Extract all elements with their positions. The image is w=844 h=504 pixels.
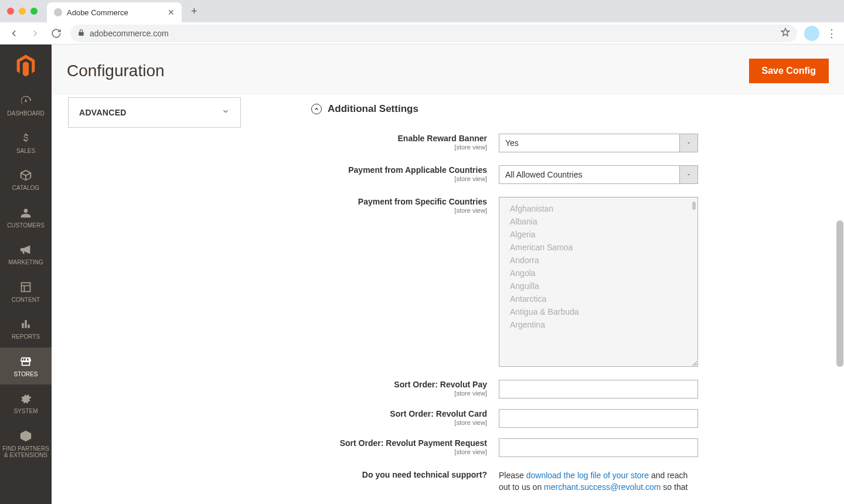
sidebar-item-label: CUSTOMERS [7, 222, 45, 229]
download-log-link[interactable]: download the log file of your store [526, 471, 649, 480]
sidebar-item-customers[interactable]: CUSTOMERS [0, 199, 52, 236]
field-scope: [store view] [311, 419, 487, 426]
profile-avatar[interactable] [804, 26, 819, 41]
window-controls [7, 8, 38, 15]
field-scope: [store view] [311, 175, 487, 182]
url-text: adobecommerce.com [90, 29, 169, 38]
field-label: Sort Order: Revolut Payment Request [311, 438, 487, 448]
browser-tab[interactable]: Adobe Commerce ✕ [47, 2, 182, 22]
country-option[interactable]: Algeria [499, 228, 697, 241]
sidebar-item-label: SALES [16, 148, 35, 155]
group-header[interactable]: Additional Settings [311, 95, 829, 121]
sidebar-item-catalog[interactable]: CATALOG [0, 161, 52, 199]
dollar-icon [19, 131, 33, 145]
reload-button[interactable] [49, 28, 63, 39]
bookmark-star-icon[interactable] [781, 28, 790, 39]
field-label: Sort Order: Revolut Pay [311, 380, 487, 389]
country-option[interactable]: American Samoa [499, 241, 697, 254]
magento-logo[interactable] [0, 45, 52, 87]
sidebar-item-label: CATALOG [12, 185, 39, 192]
sidebar-item-stores[interactable]: STORES [0, 348, 52, 385]
sidebar-item-sales[interactable]: SALES [0, 124, 52, 162]
applicable-countries-select[interactable] [499, 165, 698, 184]
megaphone-icon [19, 243, 33, 257]
new-tab-button[interactable]: + [191, 5, 198, 18]
sidebar-item-content[interactable]: CONTENT [0, 273, 52, 311]
field-scope: [store view] [311, 144, 487, 151]
field-sort-revolut-card: Sort Order: Revolut Card [store view] [311, 409, 829, 428]
field-sort-revolut-request: Sort Order: Revolut Payment Request [sto… [311, 438, 829, 457]
sidebar-item-reports[interactable]: REPORTS [0, 310, 52, 348]
section-title: ADVANCED [79, 108, 127, 117]
svg-rect-0 [22, 282, 30, 291]
collapse-up-icon [311, 104, 322, 114]
bar-chart-icon [19, 317, 33, 331]
specific-countries-multiselect[interactable]: Afghanistan Albania Algeria American Sam… [499, 197, 698, 367]
field-label: Do you need technical support? [311, 470, 487, 479]
config-form: Additional Settings Enable Reward Banner… [241, 95, 844, 504]
support-text: Please download the log file of your sto… [499, 470, 698, 493]
page-title: Configuration [67, 62, 165, 80]
browser-toolbar: adobecommerce.com ⋮ [0, 22, 844, 45]
scrollbar-thumb[interactable] [836, 220, 843, 367]
field-scope: [store view] [311, 207, 487, 214]
page-header: Configuration Save Config [52, 45, 844, 95]
country-option[interactable]: Antarctica [499, 292, 697, 305]
sort-revolut-card-input[interactable] [499, 409, 698, 428]
field-label: Enable Reward Banner [311, 134, 487, 143]
field-specific-countries: Payment from Specific Countries [store v… [311, 197, 829, 367]
sidebar-item-label: SYSTEM [13, 408, 38, 415]
field-sort-revolut-pay: Sort Order: Revolut Pay [store view] [311, 380, 829, 399]
page-scrollbar [836, 45, 844, 504]
tab-close-icon[interactable]: ✕ [168, 8, 175, 17]
window-minimize-button[interactable] [19, 8, 26, 15]
country-option[interactable]: Andorra [499, 254, 697, 267]
browser-menu-icon[interactable]: ⋮ [826, 27, 837, 40]
field-scope: [store view] [311, 448, 487, 455]
scrollbar-thumb[interactable] [692, 202, 696, 210]
support-text-part: so that [661, 482, 688, 492]
sidebar-item-label: DASHBOARD [7, 110, 44, 117]
layout-icon [19, 280, 33, 294]
field-label: Payment from Applicable Countries [311, 165, 487, 175]
section-advanced[interactable]: ADVANCED [68, 97, 241, 128]
country-option[interactable]: Angola [499, 267, 697, 280]
lock-icon [77, 29, 85, 38]
window-maximize-button[interactable] [30, 8, 38, 15]
support-text-part: Please [499, 471, 526, 480]
sidebar-item-label: MARKETING [8, 259, 43, 266]
sidebar-item-partners[interactable]: FIND PARTNERS & EXTENSIONS [0, 422, 52, 466]
field-technical-support: Do you need technical support? Please do… [311, 470, 829, 493]
save-config-button[interactable]: Save Config [749, 59, 829, 83]
field-scope: [store view] [311, 390, 487, 397]
chevron-down-icon [222, 107, 230, 118]
puzzle-icon [19, 429, 33, 443]
sidebar-item-marketing[interactable]: MARKETING [0, 236, 52, 273]
field-enable-reward-banner: Enable Reward Banner [store view] [311, 134, 829, 152]
country-option[interactable]: Anguilla [499, 280, 697, 292]
sidebar-item-dashboard[interactable]: DASHBOARD [0, 87, 52, 124]
window-close-button[interactable] [7, 8, 14, 15]
field-label: Payment from Specific Countries [311, 197, 487, 206]
sort-revolut-request-input[interactable] [499, 438, 698, 457]
sort-revolut-pay-input[interactable] [499, 380, 698, 399]
store-icon [19, 355, 33, 369]
box-icon [19, 168, 33, 182]
sidebar-item-label: STORES [14, 371, 38, 378]
country-option[interactable]: Albania [499, 215, 697, 228]
field-label: Sort Order: Revolut Card [311, 409, 487, 418]
enable-reward-banner-select[interactable] [499, 134, 698, 152]
group-title: Additional Settings [328, 103, 418, 115]
country-option[interactable]: Argentina [499, 318, 697, 331]
back-button[interactable] [7, 28, 21, 39]
browser-tab-strip: Adobe Commerce ✕ + [0, 0, 844, 22]
forward-button[interactable] [28, 28, 42, 39]
address-bar[interactable]: adobecommerce.com [70, 25, 797, 42]
sidebar-item-label: REPORTS [12, 333, 40, 340]
sidebar-item-system[interactable]: SYSTEM [0, 384, 52, 422]
person-icon [19, 206, 33, 220]
admin-sidebar: DASHBOARD SALES CATALOG CUSTOMERS MARKET… [0, 45, 52, 504]
support-email-link[interactable]: merchant.success@revolut.com [544, 482, 661, 492]
country-option[interactable]: Afghanistan [499, 202, 697, 215]
country-option[interactable]: Antigua & Barbuda [499, 305, 697, 318]
